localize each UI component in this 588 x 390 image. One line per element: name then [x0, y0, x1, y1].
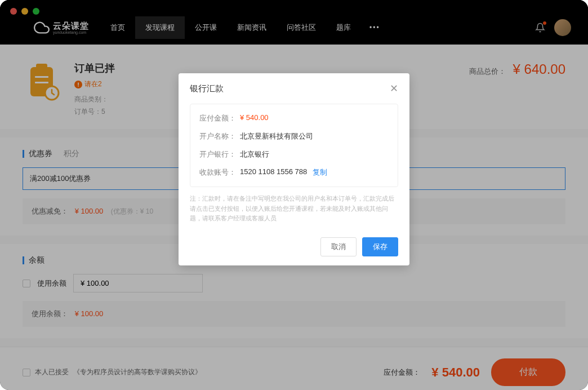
copy-button[interactable]: 复制 [313, 167, 327, 178]
cancel-button[interactable]: 取消 [320, 237, 357, 256]
account-name-label: 开户名称： [199, 131, 240, 141]
bank-info-box: 应付金额： ¥ 540.00 开户名称： 北京昱新科技有限公司 开户银行： 北京… [190, 104, 398, 187]
amount-label: 应付金额： [199, 113, 240, 123]
bank-value: 北京银行 [240, 149, 269, 159]
bank-transfer-modal: 银行汇款 ✕ 应付金额： ¥ 540.00 开户名称： 北京昱新科技有限公司 开… [179, 73, 409, 265]
close-icon[interactable]: ✕ [390, 82, 398, 95]
modal-overlay: 银行汇款 ✕ 应付金额： ¥ 540.00 开户名称： 北京昱新科技有限公司 开… [0, 0, 588, 390]
account-no-label: 收款账号： [199, 167, 240, 178]
modal-note: 注：汇款时，请在备注中写明您在我公司的用户名和本订单号，汇款完成后请点击已支付按… [190, 194, 398, 224]
bank-label: 开户银行： [199, 149, 240, 159]
amount-value: ¥ 540.00 [240, 113, 269, 123]
account-no-value: 1520 1108 1556 788 [240, 167, 307, 178]
modal-title: 银行汇款 [190, 83, 224, 94]
account-name-value: 北京昱新科技有限公司 [240, 131, 313, 141]
save-button[interactable]: 保存 [362, 237, 398, 256]
